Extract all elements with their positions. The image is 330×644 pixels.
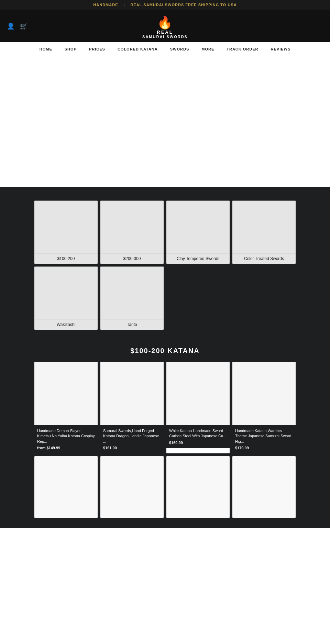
nav-reviews[interactable]: REVIEWS: [265, 42, 297, 56]
category-card-color-treated[interactable]: Color Treated Swords: [232, 201, 296, 264]
category-image-clay-tempered: [166, 201, 230, 253]
product-name-1: Samurai Swords,Hand Forged Katana Dragon…: [103, 428, 161, 444]
product-name-0: Handmade Demon Slayer Kimetsu No Yaiba K…: [37, 428, 95, 444]
category-card-tanto[interactable]: Tanto: [100, 267, 164, 330]
nav-colored-katana[interactable]: COLORED KATANA: [111, 42, 164, 56]
product-card-bottom-2[interactable]: [166, 456, 230, 518]
product-name-3: Handmade Katana,Warriors Theme Japanese …: [235, 428, 293, 444]
category-label-200-300: $200-300: [100, 253, 164, 264]
category-grid-row1: $100-200 $200-300 Clay Tempered Swords C…: [34, 201, 296, 264]
product-image-bottom-3: [232, 456, 296, 518]
product-info-2: White Katana Handmade Sword Carbon Steel…: [166, 425, 230, 448]
category-card-200-300[interactable]: $200-300: [100, 201, 164, 264]
product-price-3: $179.99: [235, 446, 293, 450]
product-image-0: [34, 362, 98, 425]
announcement-bar: HANDMADE | REAL SAMURAI SWORDS FREE SHIP…: [0, 0, 330, 10]
logo-flame-icon: 🔥: [157, 16, 173, 29]
product-image-bottom-1: [100, 456, 164, 518]
category-image-100-200: [34, 201, 98, 253]
nav-shop[interactable]: SHOP: [58, 42, 83, 56]
category-card-100-200[interactable]: $100-200: [34, 201, 98, 264]
product-grid: Handmade Demon Slayer Kimetsu No Yaiba K…: [34, 362, 296, 453]
product-image-bottom-0: [34, 456, 98, 518]
product-image-bottom-2: [166, 456, 230, 518]
empty-cell-2: [232, 267, 296, 330]
product-image-3: [232, 362, 296, 425]
announcement-separator: |: [123, 3, 125, 7]
product-card-3[interactable]: Handmade Katana,Warriors Theme Japanese …: [232, 362, 296, 453]
category-image-200-300: [100, 201, 164, 253]
announcement-left: HANDMADE: [93, 3, 118, 7]
category-grid-row2: Wakizashi Tanto: [34, 267, 296, 330]
product-info-3: Handmade Katana,Warriors Theme Japanese …: [232, 425, 296, 453]
product-image-1: [100, 362, 164, 425]
category-label-color-treated: Color Treated Swords: [232, 253, 296, 264]
nav-more[interactable]: MORE: [195, 42, 220, 56]
empty-cell-1: [166, 267, 230, 330]
logo-line1: REAL: [157, 30, 173, 35]
dark-section: $100-200 $200-300 Clay Tempered Swords C…: [0, 187, 330, 528]
product-image-2: [166, 362, 230, 425]
product-card-2[interactable]: White Katana Handmade Sword Carbon Steel…: [166, 362, 230, 453]
nav-home[interactable]: HOME: [33, 42, 58, 56]
category-image-tanto: [100, 267, 164, 319]
account-icon[interactable]: 👤: [7, 22, 14, 30]
section-title: $100-200 KATANA: [7, 347, 323, 355]
hero-section: [0, 56, 330, 187]
product-name-2: White Katana Handmade Sword Carbon Steel…: [169, 428, 227, 439]
nav-track-order[interactable]: TRACK ORDER: [220, 42, 264, 56]
header-icons: 👤 🛒: [7, 22, 28, 30]
product-price-2: $169.99: [169, 441, 227, 445]
product-info-0: Handmade Demon Slayer Kimetsu No Yaiba K…: [34, 425, 98, 453]
product-card-1[interactable]: Samurai Swords,Hand Forged Katana Dragon…: [100, 362, 164, 453]
category-image-color-treated: [232, 201, 296, 253]
nav-swords[interactable]: SWORDS: [164, 42, 196, 56]
category-label-tanto: Tanto: [100, 319, 164, 330]
category-label-wakizashi: Wakizashi: [34, 319, 98, 330]
cart-icon[interactable]: 🛒: [20, 22, 28, 30]
logo-line2: SAMURAI SWORDS: [142, 35, 188, 39]
announcement-right: REAL SAMURAI SWORDS FREE SHIPPING TO USA: [131, 3, 237, 7]
product-card-bottom-3[interactable]: [232, 456, 296, 518]
header: 👤 🛒 🔥 REAL SAMURAI SWORDS: [0, 10, 330, 42]
category-image-wakizashi: [34, 267, 98, 319]
product-card-bottom-0[interactable]: [34, 456, 98, 518]
product-price-1: $161.00: [103, 446, 161, 450]
product-price-0: from $149.99: [37, 446, 95, 450]
category-label-clay-tempered: Clay Tempered Swords: [166, 253, 230, 264]
product-info-1: Samurai Swords,Hand Forged Katana Dragon…: [100, 425, 164, 453]
product-card-0[interactable]: Handmade Demon Slayer Kimetsu No Yaiba K…: [34, 362, 98, 453]
product-card-bottom-1[interactable]: [100, 456, 164, 518]
category-label-100-200: $100-200: [34, 253, 98, 264]
product-grid-bottom: [34, 456, 296, 518]
logo[interactable]: 🔥 REAL SAMURAI SWORDS: [142, 16, 188, 39]
category-card-wakizashi[interactable]: Wakizashi: [34, 267, 98, 330]
category-card-clay-tempered[interactable]: Clay Tempered Swords: [166, 201, 230, 264]
main-nav: HOME SHOP PRICES COLORED KATANA SWORDS M…: [0, 42, 330, 56]
nav-prices[interactable]: PRICES: [83, 42, 111, 56]
